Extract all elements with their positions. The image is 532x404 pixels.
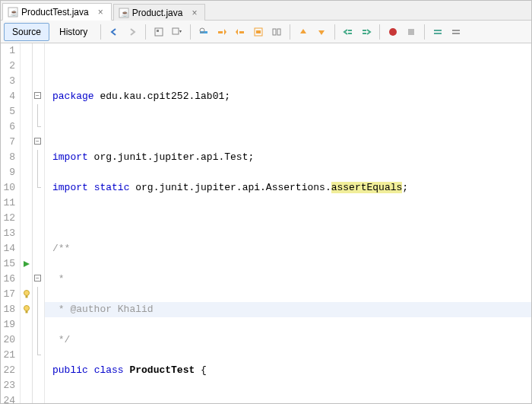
line-number: 20 bbox=[1, 332, 15, 348]
keyword: static bbox=[94, 182, 130, 193]
toolbar-icon[interactable] bbox=[268, 24, 285, 40]
line-number-gutter: 1 2 3 4 5 6 7 8 9 10 11 12 13 14 15 16 1… bbox=[1, 43, 21, 403]
close-icon[interactable]: × bbox=[97, 7, 105, 17]
comment: /** bbox=[52, 243, 70, 254]
svg-rect-20 bbox=[408, 29, 414, 35]
prev-bookmark-icon[interactable] bbox=[295, 24, 312, 40]
file-tab-bar: ☕ ProductTest.java × ☕ Product.java × bbox=[1, 1, 531, 21]
svg-rect-24 bbox=[452, 33, 460, 34]
close-icon[interactable]: × bbox=[190, 8, 198, 18]
line-number: 6 bbox=[1, 119, 15, 135]
fold-toggle-icon[interactable]: − bbox=[34, 138, 41, 145]
line-number: 5 bbox=[1, 104, 15, 119]
keyword: public bbox=[52, 364, 88, 376]
line-number: 9 bbox=[1, 165, 15, 180]
fold-toggle-icon[interactable]: − bbox=[34, 275, 41, 282]
find-prev-icon[interactable] bbox=[214, 24, 230, 40]
toolbar-icon[interactable] bbox=[150, 24, 167, 40]
line-number: 4 bbox=[1, 89, 15, 104]
svg-rect-28 bbox=[25, 311, 27, 313]
svg-rect-9 bbox=[218, 31, 223, 33]
line-number: 18 bbox=[1, 302, 15, 317]
uncomment-icon[interactable] bbox=[448, 24, 464, 40]
separator bbox=[145, 24, 146, 40]
svg-rect-12 bbox=[256, 30, 261, 33]
svg-rect-6 bbox=[173, 28, 179, 34]
fold-toggle-icon[interactable]: − bbox=[34, 92, 41, 99]
tab-product[interactable]: ☕ Product.java × bbox=[113, 4, 206, 21]
tab-label: ProductTest.java bbox=[21, 7, 89, 17]
separator bbox=[379, 24, 380, 40]
comment: * bbox=[52, 273, 65, 285]
line-number: 17 bbox=[1, 287, 15, 302]
code-text: org.junit.jupiter.api.Assertions. bbox=[129, 182, 331, 193]
separator bbox=[424, 24, 425, 40]
svg-rect-18 bbox=[363, 33, 366, 34]
shift-left-icon[interactable] bbox=[340, 24, 356, 40]
hint-bulb-icon[interactable] bbox=[21, 302, 32, 317]
nav-back-icon[interactable] bbox=[106, 24, 122, 40]
line-number: 12 bbox=[1, 211, 15, 226]
svg-point-19 bbox=[389, 28, 397, 36]
hint-bulb-icon[interactable] bbox=[21, 287, 32, 302]
svg-rect-23 bbox=[452, 30, 460, 31]
line-number: 1 bbox=[1, 43, 15, 59]
svg-rect-15 bbox=[348, 30, 352, 31]
run-marker-icon[interactable] bbox=[21, 256, 32, 272]
separator bbox=[190, 24, 191, 40]
separator bbox=[100, 24, 101, 40]
separator bbox=[334, 24, 335, 40]
line-number: 14 bbox=[1, 241, 15, 256]
line-number: 21 bbox=[1, 348, 15, 363]
svg-point-25 bbox=[24, 291, 29, 296]
svg-rect-13 bbox=[273, 29, 276, 35]
line-number: 8 bbox=[1, 150, 15, 165]
keyword: class bbox=[94, 364, 124, 376]
svg-text:☕: ☕ bbox=[121, 9, 129, 18]
marker-gutter bbox=[21, 43, 33, 403]
code-text: ; bbox=[402, 182, 408, 193]
line-number: 19 bbox=[1, 317, 15, 332]
tab-label: Product.java bbox=[132, 8, 183, 18]
svg-rect-26 bbox=[25, 296, 27, 298]
separator bbox=[290, 24, 290, 40]
find-next-icon[interactable] bbox=[232, 24, 249, 40]
line-number: 7 bbox=[1, 135, 15, 150]
editor-toolbar: Source History bbox=[1, 21, 531, 43]
toggle-highlight-icon[interactable] bbox=[250, 24, 267, 40]
line-number: 16 bbox=[1, 272, 15, 287]
svg-rect-5 bbox=[157, 30, 159, 32]
fold-gutter: − − − bbox=[33, 43, 45, 403]
nav-forward-icon[interactable] bbox=[124, 24, 141, 40]
code-editor[interactable]: 1 2 3 4 5 6 7 8 9 10 11 12 13 14 15 16 1… bbox=[1, 43, 531, 403]
svg-rect-21 bbox=[434, 30, 442, 31]
svg-rect-10 bbox=[239, 31, 244, 33]
line-number: 2 bbox=[1, 59, 15, 74]
comment: */ bbox=[52, 334, 70, 345]
line-number: 11 bbox=[1, 196, 15, 211]
source-tab[interactable]: Source bbox=[4, 23, 49, 41]
svg-rect-17 bbox=[363, 30, 366, 31]
stop-macro-icon[interactable] bbox=[403, 24, 420, 40]
svg-rect-14 bbox=[277, 29, 280, 35]
keyword: import bbox=[52, 182, 88, 193]
toolbar-dropdown-icon[interactable] bbox=[169, 24, 185, 40]
svg-point-27 bbox=[24, 306, 29, 311]
line-number: 13 bbox=[1, 226, 15, 241]
history-tab[interactable]: History bbox=[51, 23, 96, 41]
line-number: 3 bbox=[1, 74, 15, 89]
svg-rect-22 bbox=[434, 33, 442, 34]
keyword: package bbox=[52, 91, 94, 102]
svg-text:☕: ☕ bbox=[10, 8, 18, 17]
code-text: { bbox=[195, 364, 207, 376]
shift-right-icon[interactable] bbox=[358, 24, 375, 40]
java-file-icon: ☕ bbox=[8, 7, 18, 17]
code-area[interactable]: package edu.kau.cpit252.lab01; import or… bbox=[45, 43, 531, 403]
next-bookmark-icon[interactable] bbox=[313, 24, 330, 40]
comment-icon[interactable] bbox=[429, 24, 446, 40]
class-name: ProductTest bbox=[129, 364, 195, 376]
start-macro-icon[interactable] bbox=[385, 24, 401, 40]
java-file-icon: ☕ bbox=[119, 8, 129, 18]
find-selection-icon[interactable] bbox=[195, 24, 212, 40]
tab-producttest[interactable]: ☕ ProductTest.java × bbox=[2, 3, 112, 21]
